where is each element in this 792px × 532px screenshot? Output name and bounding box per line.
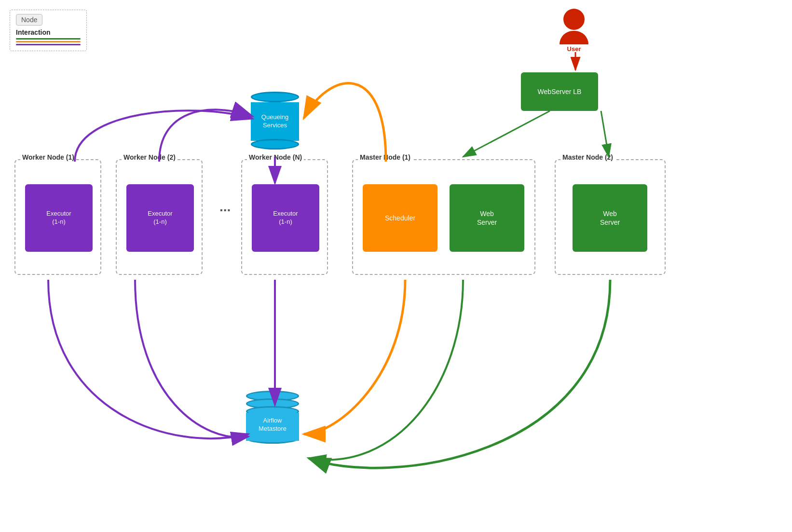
airflow-metastore-node: Airflow Metastore — [246, 391, 299, 444]
master2-to-metastore-green — [309, 280, 610, 468]
legend: Node Interaction — [10, 10, 87, 51]
worker1-to-metastore-arc — [48, 280, 248, 438]
master1-ws-to-metastore-green — [309, 280, 463, 460]
worker-node-n-label: Worker Node (N) — [247, 153, 304, 161]
legend-line-purple — [16, 44, 81, 45]
master-node-2-container: Master Node (2) Web Server — [555, 159, 666, 275]
queueing-services-node: Queueing Services — [251, 89, 299, 152]
ellipsis: ··· — [219, 203, 231, 218]
legend-node: Node — [16, 14, 42, 26]
user-icon: User — [560, 9, 588, 53]
master-node-1-container: Master Node (1) Scheduler Web Server — [352, 159, 535, 275]
legend-line-orange — [16, 41, 81, 42]
worker-node-n-container: Worker Node (N) Executor (1-n) — [241, 159, 328, 275]
worker-node-2-label: Worker Node (2) — [122, 153, 178, 161]
master1-to-queue-orange — [304, 83, 386, 162]
legend-interaction-label: Interaction — [16, 28, 81, 36]
cylinder-bottom — [251, 139, 299, 150]
scheduler-node: Scheduler — [363, 184, 437, 252]
web-server-2-node: Web Server — [573, 184, 647, 252]
cylinder-top — [251, 92, 299, 102]
wslb-to-master2-arrow — [601, 111, 609, 157]
executor-2-node: Executor (1-n) — [126, 184, 194, 252]
master-node-1-label: Master Node (1) — [358, 153, 412, 161]
master-node-2-label: Master Node (2) — [560, 153, 615, 161]
worker2-to-metastore-arc — [135, 280, 248, 437]
user-label: User — [567, 45, 581, 53]
db-body: Airflow Metastore — [246, 413, 299, 441]
worker-node-1-container: Worker Node (1) Executor (1-n) — [14, 159, 101, 275]
master1-to-metastore-orange — [304, 280, 405, 434]
executor-n-node: Executor (1-n) — [252, 184, 319, 252]
user-head-shape — [563, 9, 585, 30]
wslb-to-master1-arrow — [463, 111, 550, 157]
worker-node-2-container: Worker Node (2) Executor (1-n) — [116, 159, 203, 275]
worker-node-1-label: Worker Node (1) — [20, 153, 76, 161]
web-server-1-node: Web Server — [450, 184, 524, 252]
cylinder-body: Queueing Services — [251, 102, 299, 141]
executor-1-node: Executor (1-n) — [25, 184, 93, 252]
webserver-lb-node: WebServer LB — [521, 72, 598, 111]
legend-line-green — [16, 38, 81, 40]
user-body-shape — [560, 31, 588, 44]
